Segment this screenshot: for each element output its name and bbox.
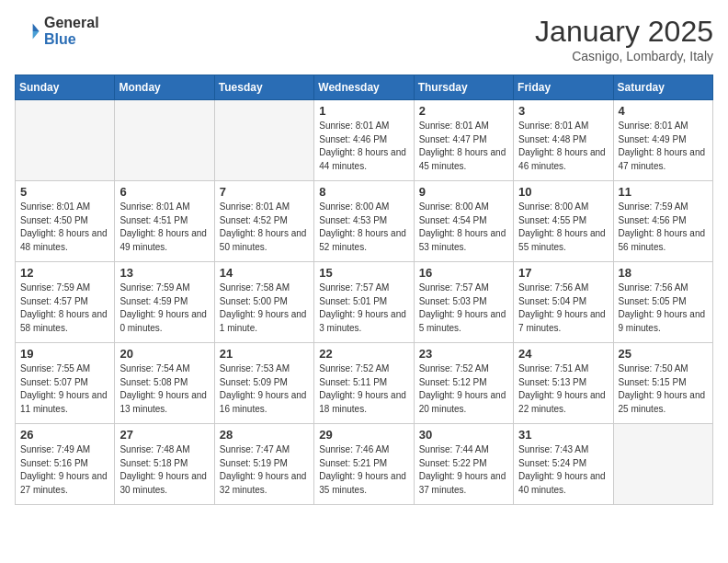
calendar-body: 1Sunrise: 8:01 AM Sunset: 4:46 PM Daylig… (16, 100, 713, 505)
calendar-cell: 30Sunrise: 7:44 AM Sunset: 5:22 PM Dayli… (414, 424, 513, 505)
calendar-header: SundayMondayTuesdayWednesdayThursdayFrid… (16, 75, 713, 100)
day-number: 3 (518, 104, 608, 118)
calendar-cell: 3Sunrise: 8:01 AM Sunset: 4:48 PM Daylig… (514, 100, 613, 181)
calendar-cell: 6Sunrise: 8:01 AM Sunset: 4:51 PM Daylig… (115, 181, 214, 262)
day-number: 17 (518, 266, 608, 280)
day-number: 11 (619, 185, 708, 199)
day-number: 14 (220, 266, 309, 280)
calendar-cell: 7Sunrise: 8:01 AM Sunset: 4:52 PM Daylig… (214, 181, 313, 262)
day-info: Sunrise: 8:01 AM Sunset: 4:52 PM Dayligh… (220, 201, 309, 254)
day-number: 19 (20, 347, 109, 361)
day-info: Sunrise: 8:01 AM Sunset: 4:51 PM Dayligh… (119, 201, 209, 254)
weekday-header: Saturday (613, 75, 712, 100)
calendar-cell (16, 100, 115, 181)
calendar-cell: 5Sunrise: 8:01 AM Sunset: 4:50 PM Daylig… (16, 181, 115, 262)
day-number: 10 (518, 185, 608, 199)
day-number: 15 (319, 266, 408, 280)
day-number: 18 (619, 266, 708, 280)
day-info: Sunrise: 7:54 AM Sunset: 5:08 PM Dayligh… (119, 362, 209, 416)
weekday-header: Monday (115, 75, 214, 100)
day-info: Sunrise: 7:56 AM Sunset: 5:05 PM Dayligh… (619, 282, 708, 335)
calendar-week-row: 26Sunrise: 7:49 AM Sunset: 5:16 PM Dayli… (16, 424, 713, 505)
day-number: 22 (319, 347, 408, 361)
calendar-cell: 26Sunrise: 7:49 AM Sunset: 5:16 PM Dayli… (16, 424, 115, 505)
day-info: Sunrise: 7:52 AM Sunset: 5:11 PM Dayligh… (319, 362, 408, 416)
calendar-cell (613, 424, 712, 505)
day-info: Sunrise: 7:57 AM Sunset: 5:03 PM Dayligh… (419, 282, 508, 335)
calendar-week-row: 5Sunrise: 8:01 AM Sunset: 4:50 PM Daylig… (16, 181, 713, 262)
header-row: SundayMondayTuesdayWednesdayThursdayFrid… (16, 75, 713, 100)
day-info: Sunrise: 7:59 AM Sunset: 4:56 PM Dayligh… (619, 201, 708, 254)
day-number: 5 (20, 185, 109, 199)
weekday-header: Wednesday (314, 75, 414, 100)
day-number: 2 (419, 104, 508, 118)
calendar-cell: 22Sunrise: 7:52 AM Sunset: 5:11 PM Dayli… (314, 343, 414, 424)
weekday-header: Thursday (414, 75, 513, 100)
calendar-title: January 2025 (535, 15, 713, 49)
calendar-cell (214, 100, 313, 181)
calendar-cell: 29Sunrise: 7:46 AM Sunset: 5:21 PM Dayli… (314, 424, 414, 505)
day-info: Sunrise: 8:00 AM Sunset: 4:55 PM Dayligh… (518, 201, 608, 254)
calendar-cell: 20Sunrise: 7:54 AM Sunset: 5:08 PM Dayli… (115, 343, 214, 424)
calendar-cell: 18Sunrise: 7:56 AM Sunset: 5:05 PM Dayli… (613, 262, 712, 343)
day-info: Sunrise: 7:46 AM Sunset: 5:21 PM Dayligh… (319, 443, 408, 497)
day-info: Sunrise: 8:00 AM Sunset: 4:53 PM Dayligh… (319, 201, 408, 254)
calendar-cell: 8Sunrise: 8:00 AM Sunset: 4:53 PM Daylig… (314, 181, 414, 262)
calendar-cell: 17Sunrise: 7:56 AM Sunset: 5:04 PM Dayli… (514, 262, 613, 343)
day-info: Sunrise: 7:56 AM Sunset: 5:04 PM Dayligh… (518, 282, 608, 335)
calendar-cell: 28Sunrise: 7:47 AM Sunset: 5:19 PM Dayli… (214, 424, 313, 505)
calendar-cell: 27Sunrise: 7:48 AM Sunset: 5:18 PM Dayli… (115, 424, 214, 505)
day-info: Sunrise: 8:01 AM Sunset: 4:46 PM Dayligh… (319, 120, 408, 173)
weekday-header: Friday (514, 75, 613, 100)
svg-marker-1 (33, 31, 40, 39)
day-info: Sunrise: 7:48 AM Sunset: 5:18 PM Dayligh… (119, 443, 209, 497)
day-info: Sunrise: 7:43 AM Sunset: 5:24 PM Dayligh… (518, 443, 608, 497)
day-info: Sunrise: 8:01 AM Sunset: 4:49 PM Dayligh… (619, 120, 708, 173)
day-number: 26 (20, 428, 109, 442)
day-info: Sunrise: 7:53 AM Sunset: 5:09 PM Dayligh… (220, 362, 309, 416)
calendar-cell: 9Sunrise: 8:00 AM Sunset: 4:54 PM Daylig… (414, 181, 513, 262)
title-area: January 2025 Casnigo, Lombardy, Italy (535, 15, 713, 63)
calendar-cell: 16Sunrise: 7:57 AM Sunset: 5:03 PM Dayli… (414, 262, 513, 343)
day-number: 29 (319, 428, 408, 442)
day-number: 23 (419, 347, 508, 361)
day-number: 13 (119, 266, 209, 280)
calendar-cell: 4Sunrise: 8:01 AM Sunset: 4:49 PM Daylig… (613, 100, 712, 181)
day-info: Sunrise: 7:55 AM Sunset: 5:07 PM Dayligh… (20, 362, 109, 416)
day-info: Sunrise: 8:01 AM Sunset: 4:47 PM Dayligh… (419, 120, 508, 173)
calendar-cell: 12Sunrise: 7:59 AM Sunset: 4:57 PM Dayli… (16, 262, 115, 343)
day-number: 6 (119, 185, 209, 199)
day-number: 12 (20, 266, 109, 280)
calendar-subtitle: Casnigo, Lombardy, Italy (535, 49, 713, 63)
day-info: Sunrise: 8:00 AM Sunset: 4:54 PM Dayligh… (419, 201, 508, 254)
day-number: 7 (220, 185, 309, 199)
calendar-cell: 15Sunrise: 7:57 AM Sunset: 5:01 PM Dayli… (314, 262, 414, 343)
day-info: Sunrise: 7:47 AM Sunset: 5:19 PM Dayligh… (220, 443, 309, 497)
day-info: Sunrise: 7:58 AM Sunset: 5:00 PM Dayligh… (220, 282, 309, 335)
logo-general-text: General (44, 15, 99, 31)
day-number: 31 (518, 428, 608, 442)
day-number: 20 (119, 347, 209, 361)
day-number: 4 (619, 104, 708, 118)
calendar-cell: 19Sunrise: 7:55 AM Sunset: 5:07 PM Dayli… (16, 343, 115, 424)
day-info: Sunrise: 7:44 AM Sunset: 5:22 PM Dayligh… (419, 443, 508, 497)
calendar-cell: 2Sunrise: 8:01 AM Sunset: 4:47 PM Daylig… (414, 100, 513, 181)
day-info: Sunrise: 7:49 AM Sunset: 5:16 PM Dayligh… (20, 443, 109, 497)
day-number: 16 (419, 266, 508, 280)
day-number: 27 (119, 428, 209, 442)
calendar-week-row: 1Sunrise: 8:01 AM Sunset: 4:46 PM Daylig… (16, 100, 713, 181)
day-info: Sunrise: 8:01 AM Sunset: 4:50 PM Dayligh… (20, 201, 109, 254)
header: General Blue January 2025 Casnigo, Lomba… (15, 15, 713, 63)
day-info: Sunrise: 7:59 AM Sunset: 4:59 PM Dayligh… (119, 282, 209, 335)
calendar-cell: 1Sunrise: 8:01 AM Sunset: 4:46 PM Daylig… (314, 100, 414, 181)
weekday-header: Tuesday (214, 75, 313, 100)
weekday-header: Sunday (16, 75, 115, 100)
day-number: 28 (220, 428, 309, 442)
day-info: Sunrise: 7:50 AM Sunset: 5:15 PM Dayligh… (619, 362, 708, 416)
day-info: Sunrise: 7:52 AM Sunset: 5:12 PM Dayligh… (419, 362, 508, 416)
calendar-cell: 25Sunrise: 7:50 AM Sunset: 5:15 PM Dayli… (613, 343, 712, 424)
day-info: Sunrise: 7:59 AM Sunset: 4:57 PM Dayligh… (20, 282, 109, 335)
calendar-cell: 31Sunrise: 7:43 AM Sunset: 5:24 PM Dayli… (514, 424, 613, 505)
logo-blue-text: Blue (44, 31, 99, 48)
day-info: Sunrise: 8:01 AM Sunset: 4:48 PM Dayligh… (518, 120, 608, 173)
